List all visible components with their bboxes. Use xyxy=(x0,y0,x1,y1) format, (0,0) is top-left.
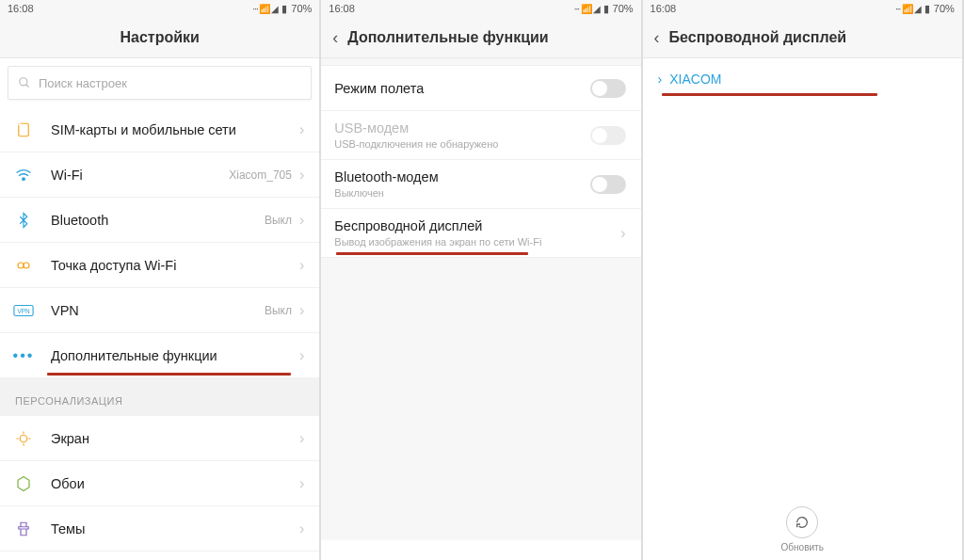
refresh-button[interactable] xyxy=(786,506,818,538)
chevron-right-icon: › xyxy=(620,225,625,242)
row-wifi[interactable]: Wi-Fi Xiacom_705 › xyxy=(0,152,319,198)
row-label: Экран xyxy=(51,431,299,446)
chevron-right-icon: › xyxy=(299,212,304,229)
chevron-right-icon: › xyxy=(299,302,304,319)
row-bt-tether[interactable]: Bluetooth-модем Выключен xyxy=(321,160,640,209)
battery-pct: 70% xyxy=(613,3,634,14)
highlight-underline xyxy=(662,93,877,96)
row-sub: USB-подключения не обнаружено xyxy=(334,138,589,150)
device-name: XIACOM xyxy=(669,72,721,87)
battery-icon: ▮ xyxy=(281,3,287,15)
row-airplane[interactable]: Режим полета xyxy=(321,66,640,111)
page-title: Настройки xyxy=(120,29,199,46)
screen-wireless-display: 16:08 ··· 📶 ◢ ▮ 70% ‹ Беспроводной диспл… xyxy=(643,0,964,560)
status-time: 16:08 xyxy=(8,3,34,14)
row-wireless-display[interactable]: Беспроводной дисплей Вывод изображения н… xyxy=(321,209,640,258)
row-label: Дополнительные функции xyxy=(51,348,299,363)
row-sub: Выключен xyxy=(334,187,589,199)
row-wallpaper[interactable]: Обои › xyxy=(0,461,319,506)
chevron-right-icon: › xyxy=(299,347,304,364)
toggle-usb xyxy=(590,126,626,145)
row-themes[interactable]: Темы › xyxy=(0,506,319,552)
row-vpn[interactable]: VPN VPN Выкл › xyxy=(0,288,319,333)
svg-point-8 xyxy=(20,435,27,442)
battery-icon: ▮ xyxy=(603,3,609,15)
search-input[interactable]: Поиск настроек xyxy=(8,66,312,100)
back-button[interactable]: ‹ xyxy=(332,29,338,46)
row-label: Режим полета xyxy=(334,81,589,96)
row-value: Выкл xyxy=(265,304,292,317)
section-header: ПЕРСОНАЛИЗАЦИЯ xyxy=(0,378,319,416)
toggle-airplane[interactable] xyxy=(590,79,626,98)
wallpaper-icon xyxy=(13,473,34,494)
hotspot-icon xyxy=(13,255,34,276)
vpn-icon: VPN xyxy=(13,300,34,321)
signal-icons: ··· 📶 ◢ xyxy=(895,4,921,14)
svg-point-5 xyxy=(24,263,29,268)
status-bar: 16:08 ··· 📶 ◢ ▮ 70% xyxy=(643,0,962,17)
page-title: Беспроводной дисплей xyxy=(669,29,847,46)
themes-icon xyxy=(13,519,34,539)
toggle-bt[interactable] xyxy=(590,175,626,194)
device-item[interactable]: › XIACOM xyxy=(643,58,962,100)
status-bar: 16:08 ··· 📶 ◢ ▮ 70% xyxy=(0,0,319,17)
row-sub: Вывод изображения на экран по сети Wi-Fi xyxy=(334,236,620,248)
row-label: Беспроводной дисплей xyxy=(334,218,620,233)
display-icon xyxy=(13,428,34,449)
highlight-underline xyxy=(336,252,527,255)
svg-point-4 xyxy=(18,263,24,268)
additional-list: Режим полета USB-модем USB-подключения н… xyxy=(321,66,640,560)
row-label: SIM-карты и мобильные сети xyxy=(51,122,299,137)
sim-icon xyxy=(13,120,34,140)
settings-list: SIM-карты и мобильные сети › Wi-Fi Xiaco… xyxy=(0,107,319,560)
battery-pct: 70% xyxy=(934,3,955,14)
search-icon xyxy=(18,76,31,89)
page-title: Дополнительные функции xyxy=(347,29,548,46)
chevron-right-icon: › xyxy=(299,475,304,492)
row-more[interactable]: ••• Дополнительные функции › xyxy=(0,333,319,378)
svg-point-3 xyxy=(23,177,25,180)
status-bar: 16:08 ··· 📶 ◢ ▮ 70% xyxy=(321,0,640,17)
row-label: Обои xyxy=(51,476,299,491)
chevron-right-icon: › xyxy=(299,520,304,537)
row-label: Точка доступа Wi-Fi xyxy=(51,258,299,273)
svg-line-1 xyxy=(26,85,29,88)
signal-icons: ··· 📶 ◢ xyxy=(252,4,278,14)
status-time: 16:08 xyxy=(651,3,677,14)
row-hotspot[interactable]: Точка доступа Wi-Fi › xyxy=(0,243,319,288)
screen-settings: 16:08 ··· 📶 ◢ ▮ 70% Настройки Поиск наст… xyxy=(0,0,321,560)
device-list: › XIACOM xyxy=(643,58,962,560)
header: ‹ Дополнительные функции xyxy=(321,17,640,58)
row-value: Xiacom_705 xyxy=(229,168,292,182)
row-label: USB-модем xyxy=(334,120,589,136)
status-time: 16:08 xyxy=(329,3,355,14)
row-display[interactable]: Экран › xyxy=(0,416,319,461)
row-label: Wi-Fi xyxy=(51,168,229,183)
chevron-right-icon: › xyxy=(658,72,663,87)
highlight-underline xyxy=(47,373,291,376)
refresh-icon xyxy=(795,515,810,530)
back-button[interactable]: ‹ xyxy=(654,29,660,46)
chevron-right-icon: › xyxy=(299,257,304,274)
row-usb-tether: USB-модем USB-подключения не обнаружено xyxy=(321,111,640,160)
battery-pct: 70% xyxy=(291,3,312,14)
header: Настройки xyxy=(0,17,319,58)
svg-rect-2 xyxy=(19,123,29,136)
row-label: Bluetooth xyxy=(51,213,265,228)
chevron-right-icon: › xyxy=(299,121,304,138)
chevron-right-icon: › xyxy=(299,430,304,447)
bluetooth-icon xyxy=(13,210,34,231)
signal-icons: ··· 📶 ◢ xyxy=(574,4,600,14)
more-icon: ••• xyxy=(13,345,34,366)
screen-additional: 16:08 ··· 📶 ◢ ▮ 70% ‹ Дополнительные фун… xyxy=(321,0,642,560)
chevron-right-icon: › xyxy=(299,167,304,184)
wifi-icon xyxy=(13,165,34,185)
battery-icon: ▮ xyxy=(924,3,930,15)
row-label: VPN xyxy=(51,303,265,318)
row-bluetooth[interactable]: Bluetooth Выкл › xyxy=(0,198,319,243)
svg-point-0 xyxy=(20,78,27,86)
svg-text:VPN: VPN xyxy=(17,307,30,313)
row-label: Темы xyxy=(51,521,299,536)
row-sim[interactable]: SIM-карты и мобильные сети › xyxy=(0,107,319,152)
refresh-label: Обновить xyxy=(781,542,824,552)
